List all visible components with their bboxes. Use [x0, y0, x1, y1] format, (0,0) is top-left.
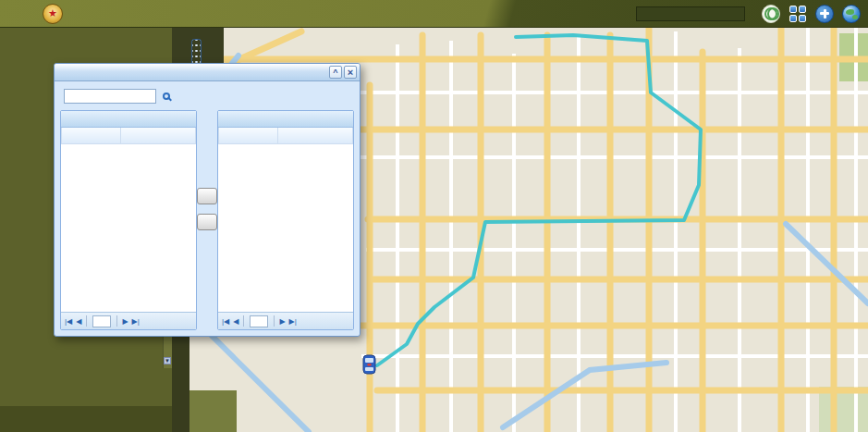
move-right-button[interactable] [197, 188, 217, 204]
first-page-icon[interactable] [221, 317, 230, 326]
next-page-icon[interactable] [121, 317, 128, 326]
table-empty-area [218, 144, 353, 313]
shown-vehicles-table [218, 128, 353, 144]
page-number-input[interactable] [92, 315, 111, 327]
collapse-dialog-icon[interactable] [329, 66, 342, 79]
grid-layout-icon[interactable] [789, 5, 807, 23]
header-controls [636, 5, 868, 23]
police-vehicle-icon[interactable] [361, 354, 377, 378]
prev-page-icon[interactable] [75, 317, 82, 326]
next-page-icon[interactable] [278, 317, 286, 326]
earth-icon[interactable] [842, 5, 861, 23]
sidebar-footer [0, 406, 172, 432]
app-window: ▼ [0, 0, 868, 432]
last-page-icon[interactable] [131, 317, 141, 326]
panel-title [61, 111, 196, 128]
last-page-icon[interactable] [288, 317, 298, 326]
zoom-plus-icon[interactable] [815, 5, 834, 23]
header-search-input[interactable] [636, 6, 745, 21]
transfer-buttons [197, 110, 217, 230]
magnifier-icon [163, 93, 170, 100]
column-header-plate[interactable] [62, 128, 121, 143]
column-header-plate[interactable] [219, 128, 278, 143]
column-header-gps[interactable] [278, 128, 353, 143]
hidden-vehicles-panel [60, 110, 197, 330]
dialog-titlebar[interactable] [55, 64, 360, 81]
pagination-bar [61, 312, 196, 329]
plate-number-input[interactable] [64, 89, 156, 104]
scroll-down-icon[interactable]: ▼ [164, 357, 171, 364]
police-badge-icon [43, 4, 63, 24]
panel-title [218, 111, 353, 128]
plate-search-form [60, 87, 354, 105]
hidden-vehicles-table [61, 128, 196, 144]
move-left-button[interactable] [197, 214, 217, 230]
table-empty-area [61, 144, 196, 313]
page-number-input[interactable] [250, 315, 268, 327]
first-page-icon[interactable] [64, 317, 73, 326]
pagination-bar [218, 312, 353, 329]
prev-page-icon[interactable] [232, 317, 239, 326]
search-button[interactable] [163, 93, 173, 100]
close-dialog-icon[interactable] [344, 66, 357, 79]
header-bar [0, 0, 868, 28]
globe-icon[interactable] [762, 5, 780, 23]
column-header-gps[interactable] [121, 128, 196, 143]
shown-vehicles-panel [217, 110, 354, 330]
vehicle-monitor-dialog [54, 63, 361, 337]
